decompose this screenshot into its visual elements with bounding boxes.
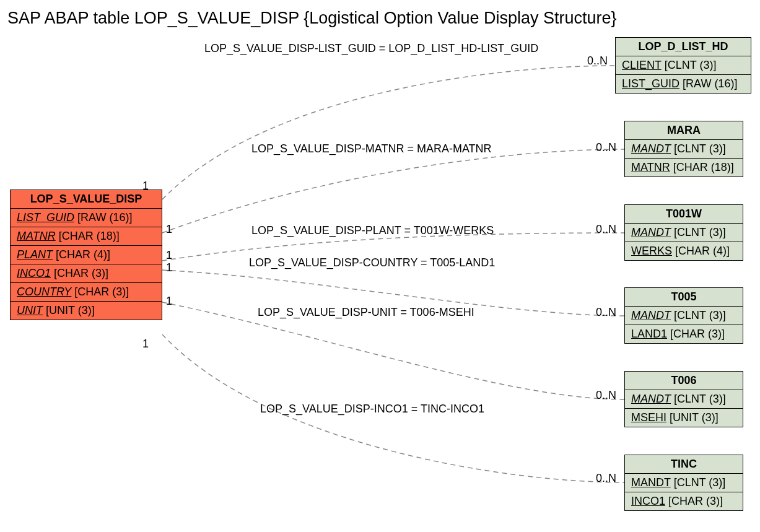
cardinality-left: 1	[142, 180, 149, 193]
entity-field: WERKS [CHAR (4)]	[625, 242, 743, 260]
relation-label: LOP_S_VALUE_DISP-MATNR = MARA-MATNR	[251, 142, 492, 155]
entity-lop-d-list-hd: LOP_D_LIST_HD CLIENT [CLNT (3)] LIST_GUI…	[615, 37, 751, 94]
cardinality-right: 0..N	[596, 472, 616, 485]
entity-field: MATNR [CHAR (18)]	[625, 159, 743, 177]
cardinality-left: 1	[142, 338, 149, 351]
entity-main-field: COUNTRY [CHAR (3)]	[11, 283, 162, 302]
entity-header: LOP_D_LIST_HD	[616, 38, 751, 56]
entity-field: MANDT [CLNT (3)]	[625, 140, 743, 159]
entity-field: MSEHI [UNIT (3)]	[625, 409, 743, 427]
entity-field: MANDT [CLNT (3)]	[625, 224, 743, 242]
relation-label: LOP_S_VALUE_DISP-LIST_GUID = LOP_D_LIST_…	[204, 42, 538, 55]
cardinality-left: 1	[166, 223, 172, 236]
entity-main-field: PLANT [CHAR (4)]	[11, 246, 162, 264]
entity-header: T006	[625, 372, 743, 390]
relation-label: LOP_S_VALUE_DISP-UNIT = T006-MSEHI	[258, 306, 474, 319]
entity-main: LOP_S_VALUE_DISP LIST_GUID [RAW (16)] MA…	[10, 190, 162, 320]
cardinality-right: 0..N	[596, 141, 616, 154]
entity-field: LAND1 [CHAR (3)]	[625, 325, 743, 343]
cardinality-left: 1	[166, 261, 172, 274]
entity-field: MANDT [CLNT (3)]	[625, 390, 743, 409]
entity-t005: T005 MANDT [CLNT (3)] LAND1 [CHAR (3)]	[624, 287, 743, 344]
entity-mara: MARA MANDT [CLNT (3)] MATNR [CHAR (18)]	[624, 121, 743, 177]
entity-field: MANDT [CLNT (3)]	[625, 307, 743, 325]
entity-main-header: LOP_S_VALUE_DISP	[11, 190, 162, 209]
entity-tinc: TINC MANDT [CLNT (3)] INCO1 [CHAR (3)]	[624, 455, 743, 511]
entity-t001w: T001W MANDT [CLNT (3)] WERKS [CHAR (4)]	[624, 204, 743, 261]
entity-main-field: MATNR [CHAR (18)]	[11, 227, 162, 246]
entity-field: INCO1 [CHAR (3)]	[625, 492, 743, 510]
cardinality-right: 0..N	[596, 306, 616, 319]
cardinality-left: 1	[166, 249, 172, 262]
relation-label: LOP_S_VALUE_DISP-INCO1 = TINC-INCO1	[260, 403, 484, 416]
entity-t006: T006 MANDT [CLNT (3)] MSEHI [UNIT (3)]	[624, 371, 743, 427]
entity-main-field: LIST_GUID [RAW (16)]	[11, 209, 162, 227]
entity-main-field: INCO1 [CHAR (3)]	[11, 264, 162, 283]
cardinality-right: 0..N	[587, 55, 608, 68]
cardinality-right: 0..N	[596, 389, 616, 402]
entity-header: TINC	[625, 455, 743, 474]
entity-field: LIST_GUID [RAW (16)]	[616, 75, 751, 93]
relation-label: LOP_S_VALUE_DISP-COUNTRY = T005-LAND1	[249, 256, 495, 269]
cardinality-right: 0..N	[596, 223, 616, 236]
entity-header: T005	[625, 288, 743, 307]
relation-label: LOP_S_VALUE_DISP-PLANT = T001W-WERKS	[251, 224, 494, 237]
cardinality-left: 1	[166, 295, 172, 308]
entity-header: MARA	[625, 121, 743, 140]
entity-field: MANDT [CLNT (3)]	[625, 474, 743, 492]
entity-header: T001W	[625, 205, 743, 224]
page-title: SAP ABAP table LOP_S_VALUE_DISP {Logisti…	[7, 9, 617, 28]
entity-field: CLIENT [CLNT (3)]	[616, 56, 751, 75]
entity-main-field: UNIT [UNIT (3)]	[11, 302, 162, 320]
